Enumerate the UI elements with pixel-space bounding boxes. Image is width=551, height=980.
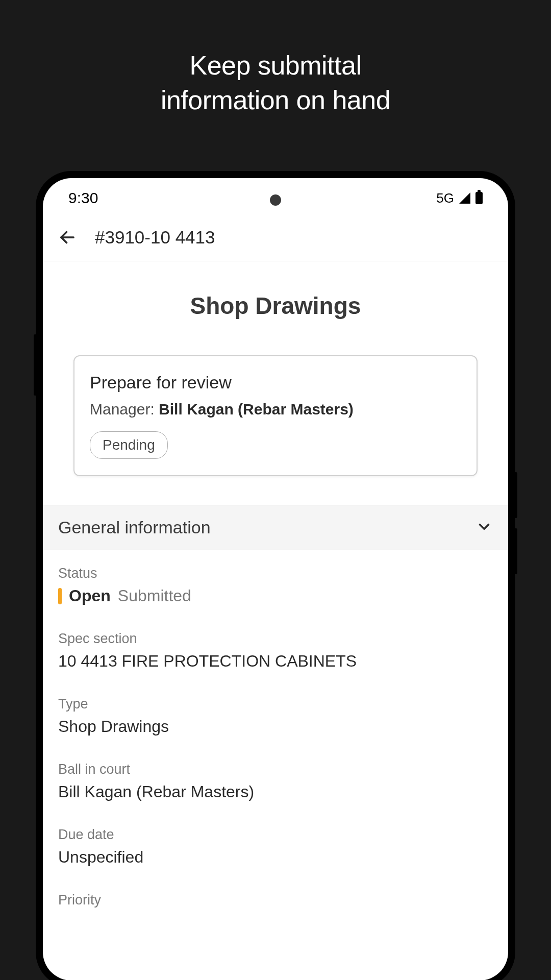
review-card-title: Prepare for review	[90, 373, 461, 393]
app-header: #3910-10 4413	[43, 214, 508, 261]
phone-side-button	[34, 334, 37, 396]
header-title: #3910-10 4413	[95, 227, 215, 248]
info-value: 10 4413 FIRE PROTECTION CABINETS	[58, 652, 493, 671]
battery-icon	[475, 192, 483, 204]
info-value: Unspecified	[58, 848, 493, 867]
info-label: Status	[58, 566, 493, 581]
review-manager-line: Manager: Bill Kagan (Rebar Masters)	[90, 401, 461, 418]
chevron-down-icon	[475, 518, 493, 537]
info-item-due-date: Due date Unspecified	[58, 812, 493, 877]
phone-side-button	[514, 472, 517, 518]
info-item-spec: Spec section 10 4413 FIRE PROTECTION CAB…	[58, 616, 493, 681]
info-label: Type	[58, 696, 493, 712]
page-title: Shop Drawings	[43, 261, 508, 340]
network-label: 5G	[436, 190, 454, 206]
info-label: Spec section	[58, 631, 493, 647]
signal-icon	[459, 192, 470, 204]
status-pill: Pending	[90, 431, 168, 459]
manager-value: Bill Kagan (Rebar Masters)	[159, 401, 354, 418]
info-list: Status Open Submitted Spec section 10 44…	[43, 550, 508, 923]
camera-punch-hole	[270, 194, 281, 206]
phone-screen: 9:30 5G #3910-10 4413 Shop Drawings Prep…	[43, 178, 508, 980]
status-open-value: Open	[69, 586, 111, 605]
info-label: Due date	[58, 827, 493, 843]
status-indicator	[58, 588, 62, 604]
info-item-ball-in-court: Ball in court Bill Kagan (Rebar Masters)	[58, 746, 493, 812]
info-value: Shop Drawings	[58, 717, 493, 736]
status-time: 9:30	[68, 189, 98, 207]
info-item-status: Status Open Submitted	[58, 550, 493, 616]
section-header-general-info[interactable]: General information	[43, 505, 508, 550]
phone-frame: 9:30 5G #3910-10 4413 Shop Drawings Prep…	[36, 171, 515, 980]
promo-title: Keep submittal information on hand	[0, 0, 551, 117]
info-label: Priority	[58, 892, 493, 908]
back-button[interactable]	[58, 228, 77, 247]
info-item-type: Type Shop Drawings	[58, 681, 493, 746]
section-title: General information	[58, 518, 211, 537]
status-right: 5G	[436, 190, 483, 206]
info-label: Ball in court	[58, 762, 493, 777]
info-value: Bill Kagan (Rebar Masters)	[58, 782, 493, 801]
status-substatus: Submitted	[118, 586, 191, 605]
review-card[interactable]: Prepare for review Manager: Bill Kagan (…	[73, 355, 478, 476]
status-row: Open Submitted	[58, 586, 493, 605]
manager-label: Manager:	[90, 401, 159, 418]
arrow-left-icon	[58, 228, 77, 247]
phone-side-button	[514, 528, 517, 574]
info-item-priority: Priority	[58, 877, 493, 923]
